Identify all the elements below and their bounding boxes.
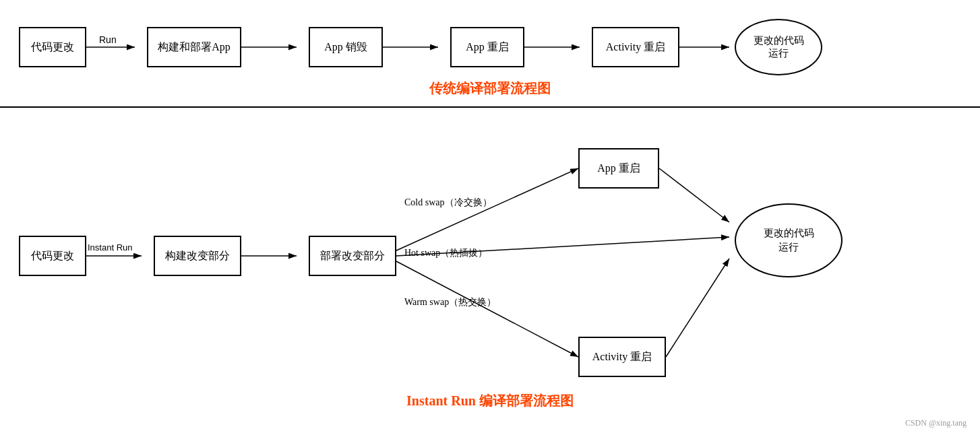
hot-swap-label: Hot swap（热插拔） [404, 247, 487, 259]
bottom-build-partial-label: 构建改变部分 [165, 249, 230, 263]
top-app-destroy-label: App 销毁 [324, 40, 367, 55]
svg-line-15 [666, 259, 729, 357]
svg-text:Instant Run: Instant Run [88, 242, 133, 253]
top-activity-restart-box: Activity 重启 [592, 27, 679, 67]
bottom-title: Instant Run 编译部署流程图 [406, 392, 574, 410]
top-result-ellipse: 更改的代码运行 [735, 19, 822, 75]
bottom-deploy-partial-label: 部署改变部分 [320, 249, 385, 263]
top-section: Run 代码更改 构建和部署App App 销毁 App 重启 Activity… [0, 0, 980, 108]
svg-line-13 [396, 261, 578, 357]
top-build-deploy-label: 构建和部署App [158, 40, 231, 55]
bottom-activity-restart-box: Activity 重启 [578, 337, 666, 377]
bottom-code-change-box: 代码更改 [19, 236, 86, 276]
bottom-result-ellipse: 更改的代码运行 [735, 203, 843, 277]
cold-swap-label: Cold swap（冷交换） [404, 197, 492, 209]
bottom-result-label: 更改的代码运行 [764, 226, 814, 255]
bottom-app-restart-label: App 重启 [597, 162, 640, 176]
top-activity-restart-label: Activity 重启 [606, 40, 665, 55]
top-app-restart-box: App 重启 [450, 27, 524, 67]
top-build-deploy-box: 构建和部署App [147, 27, 241, 67]
warm-swap-label: Warm swap（热交换） [404, 296, 496, 308]
bottom-app-restart-box: App 重启 [578, 148, 659, 189]
top-result-label: 更改的代码运行 [754, 34, 804, 61]
top-code-change-box: 代码更改 [19, 27, 86, 67]
bottom-section: Instant Run 代码更改 构建改变部分 [0, 109, 980, 435]
top-code-change-label: 代码更改 [31, 40, 74, 55]
top-title: 传统编译部署流程图 [429, 79, 551, 98]
top-app-restart-label: App 重启 [466, 40, 509, 55]
diagram-container: Run 代码更改 构建和部署App App 销毁 App 重启 Activity… [0, 0, 980, 435]
svg-line-11 [396, 168, 578, 250]
bottom-arrows: Instant Run [0, 109, 980, 435]
svg-line-14 [659, 168, 729, 222]
bottom-activity-restart-label: Activity 重启 [592, 350, 652, 364]
bottom-code-change-label: 代码更改 [31, 249, 74, 263]
watermark: CSDN @xing.tang [905, 418, 967, 428]
bottom-deploy-partial-box: 部署改变部分 [309, 236, 396, 276]
bottom-build-partial-box: 构建改变部分 [154, 236, 241, 276]
top-app-destroy-box: App 销毁 [309, 27, 383, 67]
svg-text:Run: Run [99, 34, 117, 45]
